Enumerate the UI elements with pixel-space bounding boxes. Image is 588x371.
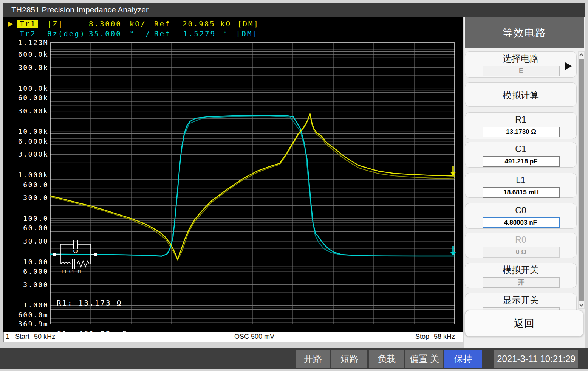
circuit-label-l1c1r1: L1 C1 R1 <box>62 269 82 274</box>
back-button[interactable]: 返回 <box>465 310 583 337</box>
equivalent-circuit-panel: 等效电路 选择电路 E 模拟计算 R1 13.1730 Ω C1 491.218… <box>464 17 585 348</box>
window-title: TH2851 Precision Impedance Analyzer <box>3 3 585 17</box>
simulate-label: 模拟计算 <box>465 84 576 107</box>
sim-switch-button[interactable]: 模拟开关 开 <box>465 263 577 288</box>
select-circuit-value: E <box>483 66 560 76</box>
r1-label: R1 <box>465 114 576 125</box>
datetime-display: 2021-3-11 10:21:29 <box>494 350 578 368</box>
c0-value-field[interactable]: 4.80003 nF <box>483 217 560 228</box>
c0-label: C0 <box>465 205 576 216</box>
r0-button: R0 0 Ω <box>465 233 577 258</box>
c1-label: C1 <box>465 143 576 155</box>
trace1-edge-marker-arrow <box>450 166 456 175</box>
panel-scrollbar[interactable] <box>578 51 585 309</box>
equivalent-circuit-icon: C0 L1 C1 R1 <box>53 240 97 274</box>
sweep-status-strip: 1 Start50 kHz OSC 500 mV Stop58 kHz <box>3 332 463 342</box>
channel-indicator: 1 <box>3 332 11 342</box>
r1-button[interactable]: R1 13.1730 Ω <box>465 112 577 139</box>
simulate-button[interactable]: 模拟计算 <box>465 82 577 107</box>
short-correction-button[interactable]: 短路 <box>331 350 367 368</box>
sweep-start: Start50 kHz <box>15 333 55 341</box>
l1-value-field[interactable]: 18.6815 mH <box>483 187 560 198</box>
l1-label: L1 <box>465 174 576 186</box>
annotation-r1: R1: 13.173 Ω <box>57 298 128 308</box>
sweep-stop: Stop58 kHz <box>415 333 455 341</box>
panel-title: 等效电路 <box>465 17 584 48</box>
r0-value-field: 0 Ω <box>483 247 560 258</box>
display-switch-label: 显示开关 <box>465 295 576 306</box>
c0-button[interactable]: C0 4.80003 nF <box>465 203 577 229</box>
text-caret <box>538 220 538 226</box>
c1-value-field[interactable]: 491.218 pF <box>483 156 560 167</box>
sim-switch-label: 模拟开关 <box>465 264 576 276</box>
trace2-edge-marker-arrow <box>450 246 456 256</box>
stop-label: Stop <box>415 333 429 340</box>
hold-button[interactable]: 保持 <box>444 350 482 368</box>
start-label: Start <box>15 333 29 340</box>
start-value: 50 kHz <box>34 333 55 340</box>
r1-value-field[interactable]: 13.1730 Ω <box>483 127 560 137</box>
sim-switch-value: 开 <box>483 277 560 288</box>
open-correction-button[interactable]: 开路 <box>296 350 330 368</box>
scroll-down-icon[interactable] <box>580 303 583 307</box>
l1-button[interactable]: L1 18.6815 mH <box>465 173 577 198</box>
bias-button[interactable]: 偏置 关 <box>405 350 443 368</box>
scrollbar-thumb[interactable] <box>579 59 584 301</box>
c1-button[interactable]: C1 491.218 pF <box>465 142 577 168</box>
circuit-label-c0: C0 <box>73 249 78 254</box>
scroll-up-icon[interactable] <box>580 54 583 57</box>
c0-value-text: 4.80003 nF <box>504 219 537 226</box>
r0-label: R0 <box>465 234 576 245</box>
stop-value: 58 kHz <box>434 333 455 340</box>
submenu-arrow-icon <box>565 62 572 70</box>
measurement-display: Tr1 |Z| 8.3000 kΩ/ Ref 20.985 kΩ [DM] Tr… <box>3 17 463 332</box>
load-correction-button[interactable]: 负载 <box>369 350 404 368</box>
bottom-toolbar: 开路 短路 负载 偏置 关 保持 2021-3-11 10:21:29 <box>0 348 588 369</box>
select-circuit-button[interactable]: 选择电路 E <box>465 51 577 78</box>
select-circuit-label: 选择电路 <box>465 53 576 64</box>
osc-level: OSC 500 mV <box>234 333 274 341</box>
